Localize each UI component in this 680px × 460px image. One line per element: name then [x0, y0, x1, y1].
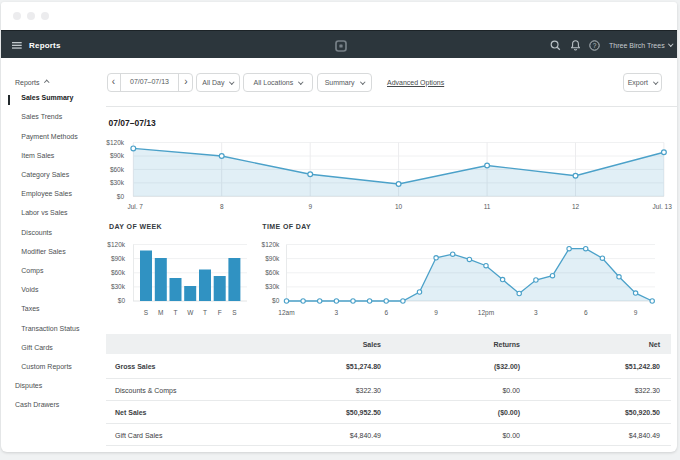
svg-text:$120k: $120k — [262, 241, 280, 248]
svg-text:Jul. 7: Jul. 7 — [127, 203, 143, 210]
svg-text:$30k: $30k — [111, 283, 126, 290]
svg-text:12pm: 12pm — [478, 309, 494, 317]
svg-text:$60k: $60k — [265, 269, 280, 276]
svg-text:$0: $0 — [272, 297, 280, 304]
svg-text:$120k: $120k — [106, 139, 124, 146]
svg-text:S: S — [232, 309, 237, 316]
svg-text:8: 8 — [220, 203, 224, 210]
svg-text:$30k: $30k — [110, 179, 125, 186]
svg-text:9: 9 — [308, 203, 312, 210]
svg-text:$90k: $90k — [110, 153, 125, 160]
svg-text:F: F — [218, 309, 222, 316]
svg-text:$90k: $90k — [111, 255, 126, 262]
svg-text:W: W — [187, 309, 194, 316]
svg-text:Jul. 13: Jul. 13 — [653, 203, 673, 210]
svg-text:$0: $0 — [117, 193, 125, 200]
svg-text:10: 10 — [395, 203, 403, 210]
svg-text:$60k: $60k — [111, 269, 126, 276]
svg-text:?: ? — [593, 42, 597, 49]
svg-text:$60k: $60k — [110, 166, 125, 173]
svg-text:M: M — [158, 309, 163, 316]
svg-text:9: 9 — [434, 309, 438, 316]
svg-text:$120k: $120k — [107, 241, 125, 248]
svg-text:3: 3 — [335, 309, 339, 316]
svg-text:12am: 12am — [278, 309, 294, 316]
svg-text:11: 11 — [484, 203, 491, 210]
svg-text:$90k: $90k — [265, 255, 280, 262]
svg-text:12: 12 — [572, 203, 580, 210]
svg-text:T: T — [203, 309, 207, 316]
svg-text:S: S — [144, 309, 149, 316]
svg-text:3: 3 — [534, 309, 538, 316]
svg-text:9: 9 — [634, 309, 638, 316]
svg-text:$0: $0 — [118, 297, 126, 304]
svg-text:6: 6 — [584, 309, 588, 316]
svg-text:6: 6 — [384, 309, 388, 316]
svg-text:$30k: $30k — [265, 283, 280, 290]
svg-text:T: T — [174, 309, 178, 316]
